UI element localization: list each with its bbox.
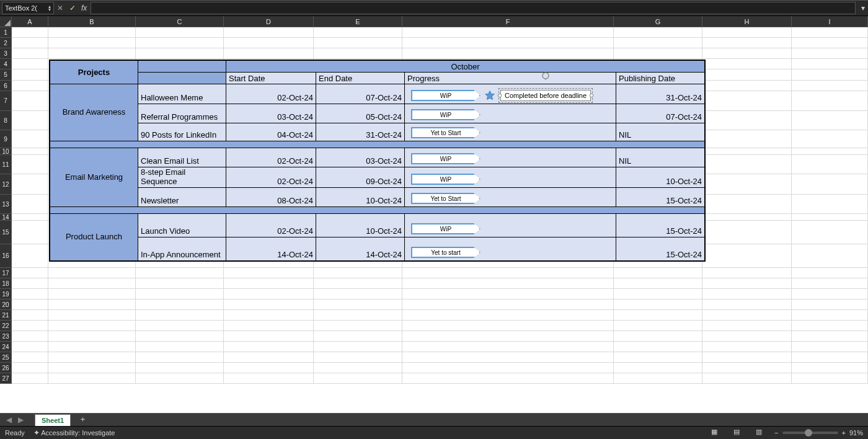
cell[interactable] (48, 321, 136, 331)
resize-handle-left[interactable] (498, 94, 502, 97)
progress-cell[interactable]: Yet to start (405, 237, 616, 261)
cell[interactable] (314, 310, 402, 321)
cell[interactable] (12, 155, 48, 174)
cell[interactable] (702, 363, 792, 373)
row-header[interactable]: 8 (0, 111, 12, 130)
progress-shape[interactable]: WiP (411, 109, 480, 120)
cell[interactable] (314, 48, 402, 59)
cell[interactable] (12, 278, 48, 289)
cell[interactable] (792, 221, 868, 244)
end-cell[interactable]: 31-Oct-24 (316, 123, 405, 141)
progress-cell[interactable]: Yet to Start (405, 123, 616, 141)
cell[interactable] (224, 278, 314, 289)
progress-shape[interactable]: WiP (411, 90, 480, 101)
cell[interactable] (614, 278, 702, 289)
publish-cell[interactable]: 31-Oct-24 (616, 84, 705, 104)
cell[interactable] (314, 342, 402, 352)
task-cell[interactable]: In-App Announcement (138, 237, 226, 261)
progress-cell[interactable]: WiP (405, 104, 616, 123)
start-date-header[interactable]: Start Date (226, 73, 316, 84)
cell[interactable] (314, 373, 402, 384)
select-all-corner[interactable] (0, 16, 12, 27)
cell[interactable] (702, 69, 792, 81)
start-cell[interactable]: 03-Oct-24 (226, 104, 316, 123)
star-icon[interactable] (484, 90, 495, 101)
separator-row[interactable] (50, 207, 705, 214)
row-header[interactable]: 24 (0, 342, 12, 352)
cell[interactable] (792, 310, 868, 321)
publish-cell[interactable]: 10-Oct-24 (616, 167, 705, 188)
cell[interactable] (792, 373, 868, 384)
cell[interactable] (224, 27, 314, 38)
cell[interactable] (12, 321, 48, 331)
start-cell[interactable]: 04-Oct-24 (226, 123, 316, 141)
cell[interactable] (402, 268, 614, 278)
cell[interactable] (136, 331, 224, 342)
progress-cell[interactable]: WiP Completed before deadline (405, 84, 616, 104)
progress-cell[interactable]: WiP (405, 148, 616, 167)
cell[interactable] (792, 331, 868, 342)
cell[interactable] (136, 289, 224, 299)
publish-cell[interactable]: 15-Oct-24 (616, 188, 705, 207)
cell[interactable] (224, 38, 314, 48)
cell[interactable] (136, 27, 224, 38)
end-cell[interactable]: 07-Oct-24 (316, 84, 405, 104)
cell[interactable] (136, 321, 224, 331)
progress-shape[interactable]: Yet to Start (411, 127, 480, 138)
sheet-nav-prev[interactable]: ◀ (0, 415, 18, 424)
cell[interactable] (792, 195, 868, 214)
cell[interactable] (702, 59, 792, 69)
task-cell[interactable]: Launch Video (138, 214, 226, 237)
cell[interactable] (12, 363, 48, 373)
cell[interactable] (792, 111, 868, 130)
cell[interactable] (224, 352, 314, 363)
resize-handle-right[interactable] (590, 94, 593, 97)
cell[interactable] (314, 38, 402, 48)
accessibility-status[interactable]: ✦ Accessibility: Investigate (33, 428, 115, 437)
fx-icon[interactable]: fx (81, 4, 87, 12)
cell[interactable] (48, 352, 136, 363)
separator-row[interactable] (50, 141, 705, 148)
publish-cell[interactable]: NIL (616, 123, 705, 141)
row-header[interactable]: 27 (0, 373, 12, 384)
row-header[interactable]: 22 (0, 321, 12, 331)
cell[interactable] (702, 48, 792, 59)
cell[interactable] (136, 352, 224, 363)
cell[interactable] (48, 27, 136, 38)
row-header[interactable]: 7 (0, 91, 12, 111)
task-cell[interactable]: Newsletter (138, 188, 226, 207)
row-header[interactable]: 9 (0, 130, 12, 148)
cell[interactable] (136, 38, 224, 48)
cell[interactable] (48, 38, 136, 48)
cell[interactable] (12, 59, 48, 69)
col-header[interactable]: B (48, 16, 136, 27)
col-header[interactable]: I (792, 16, 868, 27)
start-cell[interactable]: 02-Oct-24 (226, 167, 316, 188)
cell[interactable] (702, 155, 792, 174)
cell[interactable] (702, 130, 792, 148)
end-cell[interactable]: 10-Oct-24 (316, 214, 405, 237)
cell[interactable] (792, 352, 868, 363)
cell[interactable] (614, 331, 702, 342)
cell[interactable] (614, 299, 702, 310)
task-cell[interactable]: 90 Posts for LinkedIn (138, 123, 226, 141)
cell[interactable] (702, 331, 792, 342)
cell[interactable] (402, 289, 614, 299)
col-header[interactable]: D (224, 16, 314, 27)
cell[interactable] (702, 352, 792, 363)
cell[interactable] (614, 310, 702, 321)
row-header[interactable]: 6 (0, 81, 12, 91)
cell[interactable] (614, 27, 702, 38)
publish-cell[interactable]: NIL (616, 148, 705, 167)
cell[interactable] (224, 310, 314, 321)
row-header[interactable]: 26 (0, 363, 12, 373)
cell[interactable] (614, 363, 702, 373)
cell[interactable] (702, 174, 792, 195)
add-sheet-button[interactable]: ＋ (77, 414, 88, 425)
cell[interactable] (402, 278, 614, 289)
start-cell[interactable]: 08-Oct-24 (226, 188, 316, 207)
cell[interactable] (136, 373, 224, 384)
start-cell[interactable]: 02-Oct-24 (226, 84, 316, 104)
cell[interactable] (136, 48, 224, 59)
cell[interactable] (614, 48, 702, 59)
